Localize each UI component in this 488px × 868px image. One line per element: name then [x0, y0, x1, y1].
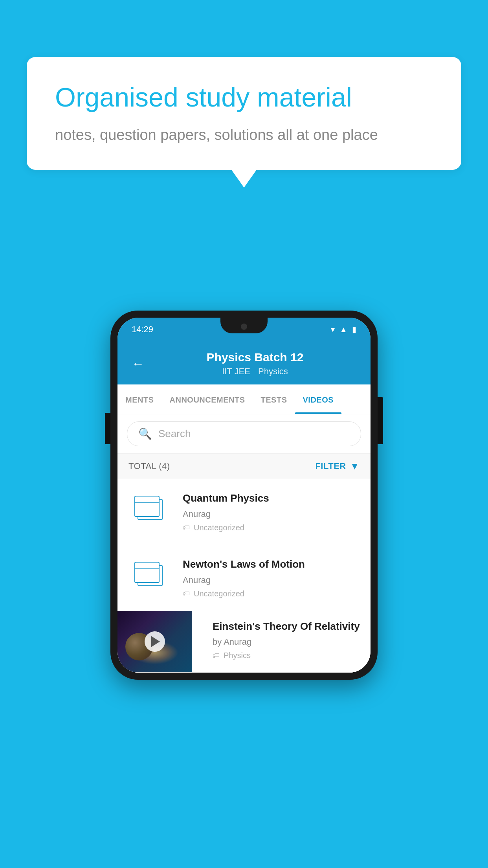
list-item[interactable]: Einstein's Theory Of Relativity by Anura… [117, 611, 371, 673]
video-tag: 🏷 Physics [213, 651, 361, 660]
bubble-subtitle: notes, question papers, solutions all at… [55, 125, 433, 145]
filter-bar: TOTAL (4) FILTER ▼ [117, 454, 371, 479]
bubble-title: Organised study material [55, 81, 433, 114]
video-author: by Anurag [213, 637, 361, 647]
tag-text: Uncategorized [194, 523, 244, 532]
header-title-section: Physics Batch 12 IIT JEE Physics [154, 351, 356, 377]
phone-screen: 14:29 ▾ ▲ ▮ ← Physics Batch 12 IIT JEE [117, 318, 371, 673]
status-icons: ▾ ▲ ▮ [331, 325, 356, 334]
tag-icon: 🏷 [183, 524, 190, 532]
filter-funnel-icon: ▼ [350, 461, 360, 472]
video-info-3: Einstein's Theory Of Relativity by Anura… [203, 611, 371, 672]
batch-title: Physics Batch 12 [154, 351, 356, 364]
status-time: 14:29 [132, 324, 153, 335]
video-author: Anurag [183, 575, 360, 585]
battery-icon: ▮ [352, 325, 356, 334]
camera-dot [241, 324, 247, 330]
folder-front [134, 562, 160, 583]
search-bar-container: 🔍 Search [117, 414, 371, 454]
tag-text: Uncategorized [194, 589, 244, 598]
tag-text: Physics [224, 651, 251, 660]
wifi-icon: ▾ [331, 325, 335, 334]
app-header: ← Physics Batch 12 IIT JEE Physics [117, 341, 371, 384]
folder-front [134, 496, 160, 517]
speech-bubble-container: Organised study material notes, question… [27, 57, 461, 188]
tab-ments[interactable]: MENTS [117, 384, 162, 414]
tag-icon: 🏷 [213, 651, 220, 660]
search-bar[interactable]: 🔍 Search [127, 421, 361, 446]
list-item[interactable]: Newton's Laws of Motion Anurag 🏷 Uncateg… [117, 545, 371, 611]
status-bar: 14:29 ▾ ▲ ▮ [117, 318, 371, 341]
tab-videos[interactable]: VIDEOS [295, 384, 342, 414]
signal-icon: ▲ [339, 325, 347, 334]
phone-container: 14:29 ▾ ▲ ▮ ← Physics Batch 12 IIT JEE [110, 311, 378, 680]
tab-announcements[interactable]: ANNOUNCEMENTS [162, 384, 253, 414]
video-list: Quantum Physics Anurag 🏷 Uncategorized [117, 479, 371, 673]
search-placeholder: Search [158, 428, 191, 440]
tab-tests[interactable]: TESTS [253, 384, 295, 414]
play-button[interactable] [145, 631, 165, 652]
video-title: Quantum Physics [183, 492, 360, 505]
phone-outer: 14:29 ▾ ▲ ▮ ← Physics Batch 12 IIT JEE [110, 311, 378, 680]
video-tag: 🏷 Uncategorized [183, 589, 360, 598]
speech-bubble-arrow [231, 170, 257, 188]
tag-iitjee: IIT JEE [222, 366, 250, 377]
search-icon: 🔍 [138, 427, 152, 440]
back-button[interactable]: ← [132, 357, 144, 371]
video-info-1: Quantum Physics Anurag 🏷 Uncategorized [183, 492, 360, 532]
video-tag: 🏷 Uncategorized [183, 523, 360, 532]
folder-icon [134, 496, 166, 523]
tabs-bar: MENTS ANNOUNCEMENTS TESTS VIDEOS [117, 384, 371, 414]
header-tags: IIT JEE Physics [154, 366, 356, 377]
list-item[interactable]: Quantum Physics Anurag 🏷 Uncategorized [117, 479, 371, 545]
video-thumbnail-einstein [117, 611, 192, 672]
video-thumb-1 [128, 492, 172, 527]
play-icon [151, 636, 160, 647]
tag-icon: 🏷 [183, 590, 190, 598]
tag-physics: Physics [258, 366, 288, 377]
total-count: TOTAL (4) [128, 461, 170, 471]
video-title: Newton's Laws of Motion [183, 558, 360, 571]
video-title: Einstein's Theory Of Relativity [213, 620, 361, 633]
video-info-2: Newton's Laws of Motion Anurag 🏷 Uncateg… [183, 558, 360, 598]
speech-bubble: Organised study material notes, question… [27, 57, 461, 170]
video-thumb-2 [128, 558, 172, 593]
filter-label: FILTER [315, 461, 346, 471]
folder-icon [134, 562, 166, 589]
video-author: Anurag [183, 509, 360, 519]
filter-button[interactable]: FILTER ▼ [315, 461, 360, 472]
notch [220, 318, 268, 333]
